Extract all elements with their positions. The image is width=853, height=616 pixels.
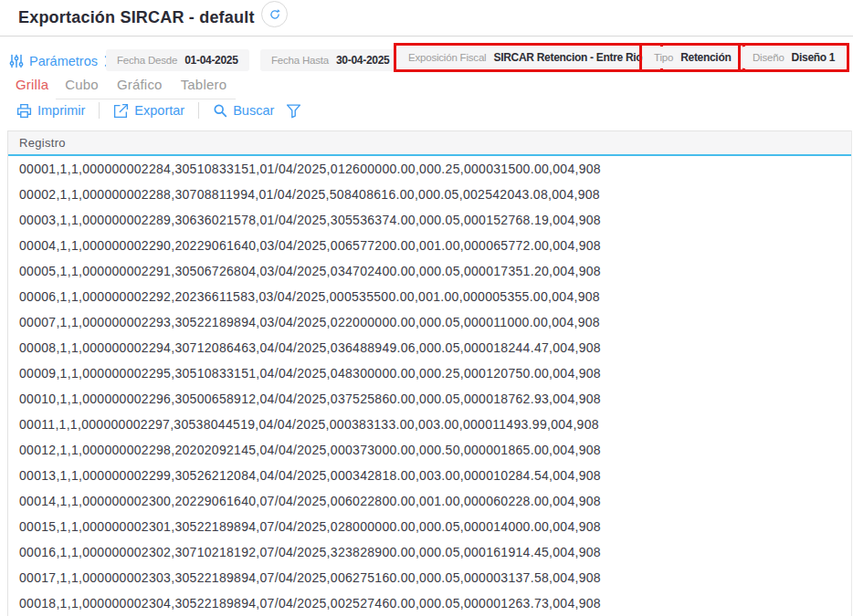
parameter-chip: Fecha Hasta 30-04-2025: [260, 49, 400, 71]
sliders-icon: [9, 54, 24, 68]
record-text: 00017,1,1,000000002303,30522189894,07/04…: [19, 570, 601, 585]
record-text: 00006,1,1,000000002292,20236611583,03/04…: [19, 289, 600, 304]
parameters-label: Parámetros: [29, 54, 98, 68]
printer-icon: [16, 103, 32, 119]
search-button[interactable]: Buscar: [213, 103, 274, 118]
parameter-field[interactable]: Fecha Desde 01-04-2025: [102, 46, 253, 75]
parameter-label: Exposición Fiscal: [408, 52, 486, 63]
table-row[interactable]: 00012,1,1,000000002298,20202092145,04/04…: [8, 437, 851, 463]
funnel-icon: [286, 103, 301, 119]
parameter-chip: Diseño Diseño 1: [742, 47, 846, 68]
toolbar-divider: [198, 102, 199, 119]
tab[interactable]: Gráfico: [108, 77, 172, 99]
table-row[interactable]: 00017,1,1,000000002303,30522189894,07/04…: [8, 565, 851, 590]
parameter-field[interactable]: Exposición Fiscal SIRCAR Retencion - Ent…: [394, 43, 663, 72]
grid-rows: 00001,1,1,000000002284,30510833151,01/04…: [8, 156, 851, 616]
parameter-chip: Fecha Desde 01-04-2025: [106, 49, 249, 71]
record-text: 00001,1,1,000000002284,30510833151,01/04…: [19, 162, 601, 176]
parameter-value: 30-04-2025: [336, 54, 389, 67]
data-grid: Registro 00001,1,1,000000002284,30510833…: [7, 131, 852, 616]
table-row[interactable]: 00001,1,1,000000002284,30510833151,01/04…: [8, 156, 851, 182]
toolbar-divider: [99, 102, 100, 119]
table-row[interactable]: 00004,1,1,000000002290,20229061640,03/04…: [8, 233, 851, 258]
page-title: Exportación SIRCAR - default: [18, 8, 255, 27]
export-label: Exportar: [134, 103, 184, 118]
parameter-label: Fecha Hasta: [271, 55, 329, 66]
parameter-field[interactable]: Diseño Diseño 1: [738, 43, 849, 72]
table-row[interactable]: 00016,1,1,000000002302,30710218192,07/04…: [8, 539, 851, 565]
tab[interactable]: Cubo: [56, 77, 108, 99]
parameter-label: Diseño: [753, 52, 785, 63]
parameter-value: Retención: [680, 51, 731, 64]
record-text: 00010,1,1,000000002296,30500658912,04/04…: [19, 392, 601, 406]
record-text: 00004,1,1,000000002290,20229061640,03/04…: [19, 238, 601, 253]
record-text: 00007,1,1,000000002293,30522189894,03/04…: [19, 315, 600, 329]
parameter-value: SIRCAR Retencion - Entre Rios: [493, 51, 648, 64]
title-bar: Exportación SIRCAR - default: [0, 0, 853, 37]
table-row[interactable]: 00018,1,1,000000002304,30522189894,07/04…: [8, 590, 851, 616]
parameter-value: Diseño 1: [792, 51, 836, 64]
column-header-label: Registro: [19, 136, 66, 150]
record-text: 00012,1,1,000000002298,20202092145,04/04…: [19, 443, 601, 457]
table-row[interactable]: 00002,1,1,000000002288,30708811994,01/04…: [8, 182, 851, 207]
parameter-value: 01-04-2025: [184, 54, 237, 67]
parameter-chip: Tipo Retención: [643, 47, 742, 68]
table-row[interactable]: 00010,1,1,000000002296,30500658912,04/04…: [8, 386, 851, 412]
record-text: 00016,1,1,000000002302,30710218192,07/04…: [19, 545, 601, 559]
tab[interactable]: Tablero: [172, 77, 237, 99]
table-row[interactable]: 00014,1,1,000000002300,20229061640,07/04…: [8, 488, 851, 514]
parameter-field[interactable]: Fecha Hasta 30-04-2025: [257, 46, 404, 75]
parameter-field[interactable]: Tipo Retención: [639, 43, 745, 72]
table-row[interactable]: 00009,1,1,000000002295,30510833151,04/04…: [8, 360, 851, 386]
table-row[interactable]: 00011,1,1,000000002297,30538044519,04/04…: [8, 412, 851, 437]
record-text: 00005,1,1,000000002291,30506726804,03/04…: [19, 264, 601, 278]
table-row[interactable]: 00015,1,1,000000002301,30522189894,07/04…: [8, 514, 851, 539]
search-label: Buscar: [233, 103, 274, 118]
parameter-chip: Exposición Fiscal SIRCAR Retencion - Ent…: [397, 47, 659, 68]
filter-button[interactable]: [286, 103, 301, 119]
parameters-toggle[interactable]: Parámetros: [9, 49, 112, 73]
table-row[interactable]: 00006,1,1,000000002292,20236611583,03/04…: [8, 284, 851, 309]
export-icon: [113, 103, 129, 119]
column-header-registro[interactable]: Registro: [8, 131, 851, 156]
table-row[interactable]: 00013,1,1,000000002299,30526212084,04/04…: [8, 463, 851, 488]
record-text: 00014,1,1,000000002300,20229061640,07/04…: [19, 494, 601, 508]
record-text: 00008,1,1,000000002294,30712086463,04/04…: [19, 340, 601, 355]
record-text: 00009,1,1,000000002295,30510833151,04/04…: [19, 366, 601, 381]
parameter-label: Fecha Desde: [117, 55, 177, 66]
tab[interactable]: Grilla: [16, 77, 56, 99]
record-text: 00002,1,1,000000002288,30708811994,01/04…: [19, 187, 600, 202]
print-button[interactable]: Imprimir: [16, 103, 85, 119]
table-row[interactable]: 00008,1,1,000000002294,30712086463,04/04…: [8, 335, 851, 360]
app-window: Exportación SIRCAR - default: [0, 0, 853, 616]
refresh-icon: [269, 8, 281, 21]
table-row[interactable]: 00007,1,1,000000002293,30522189894,03/04…: [8, 309, 851, 335]
parameter-label: Tipo: [654, 52, 673, 63]
table-row[interactable]: 00003,1,1,000000002289,30636021578,01/04…: [8, 207, 851, 233]
record-text: 00013,1,1,000000002299,30526212084,04/04…: [19, 468, 601, 483]
record-text: 00015,1,1,000000002301,30522189894,07/04…: [19, 519, 601, 534]
search-icon: [213, 103, 227, 118]
grid-toolbar: Imprimir Exportar Buscar: [16, 100, 301, 120]
record-text: 00018,1,1,000000002304,30522189894,07/04…: [19, 596, 601, 611]
print-label: Imprimir: [37, 103, 85, 118]
refresh-button[interactable]: [261, 1, 288, 27]
table-row[interactable]: 00005,1,1,000000002291,30506726804,03/04…: [8, 258, 851, 284]
tab-strip: Grilla Cubo Gráfico Tablero: [16, 77, 236, 99]
record-text: 00003,1,1,000000002289,30636021578,01/04…: [19, 213, 601, 227]
export-button[interactable]: Exportar: [113, 103, 184, 119]
record-text: 00011,1,1,000000002297,30538044519,04/04…: [19, 417, 599, 432]
